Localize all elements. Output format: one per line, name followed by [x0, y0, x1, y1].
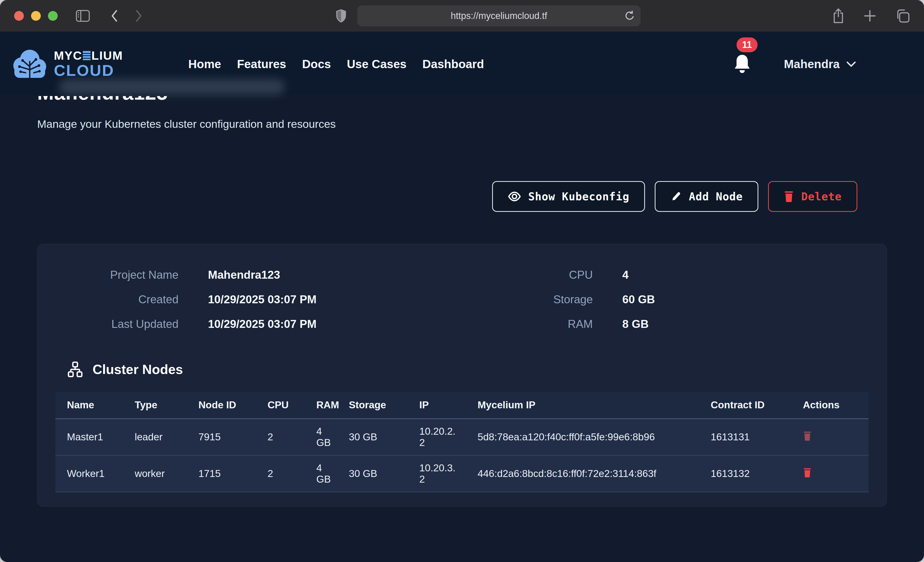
zoom-window-button[interactable] — [48, 11, 58, 21]
col-name: Name — [56, 392, 123, 419]
table-header-row: Name Type Node ID CPU RAM Storage IP Myc… — [56, 392, 868, 419]
cell-type: leader — [123, 419, 187, 456]
page-subtitle: Manage your Kubernetes cluster configura… — [37, 118, 887, 130]
delete-node-button[interactable] — [803, 431, 812, 441]
brand-wordmark: MYCLIUM CLOUD — [54, 49, 123, 78]
cell-name: Worker1 — [56, 456, 123, 492]
window-controls — [14, 11, 58, 21]
col-mycelium-ip: Mycelium IP — [466, 392, 699, 419]
cell-cpu: 2 — [256, 419, 304, 456]
cell-storage: 30 GB — [337, 456, 408, 492]
col-type: Type — [123, 392, 187, 419]
created-label: Created — [67, 293, 178, 306]
cell-contract-id: 1613132 — [699, 456, 791, 492]
logo-line2: CLOUD — [54, 63, 123, 78]
cell-node-id: 7915 — [187, 419, 256, 456]
col-ip: IP — [408, 392, 466, 419]
cell-type: worker — [123, 456, 187, 492]
delete-node-button[interactable] — [803, 468, 812, 478]
cluster-info-card: Project Name Mahendra123 CPU 4 Created 1… — [37, 244, 887, 507]
cluster-nodes-title: Cluster Nodes — [93, 362, 183, 377]
show-kubeconfig-button[interactable]: Show Kubeconfig — [492, 181, 645, 212]
delete-label: Delete — [801, 190, 842, 203]
cpu-value: 4 — [622, 268, 857, 281]
dashboard-content: Mahendra123 Manage your Kubernetes clust… — [0, 81, 924, 507]
forward-icon[interactable] — [134, 9, 144, 23]
col-cpu: CPU — [256, 392, 304, 419]
nav-link-docs[interactable]: Docs — [302, 57, 331, 71]
col-node-id: Node ID — [187, 392, 256, 419]
logo-line1-pre: MYC — [54, 49, 82, 61]
table-row-worker1: Worker1 worker 1715 2 4 GB 30 GB 10.20.3… — [56, 456, 868, 492]
browser-window: https://myceliumcloud.tf — [0, 0, 924, 562]
close-window-button[interactable] — [14, 11, 24, 21]
cell-name: Master1 — [56, 419, 123, 456]
address-bar[interactable]: https://myceliumcloud.tf — [357, 5, 640, 26]
logo-e-bars-icon — [83, 51, 90, 60]
minimize-window-button[interactable] — [31, 11, 41, 21]
created-value: 10/29/2025 03:07 PM — [208, 293, 443, 306]
cell-ip: 10.20.2.2 — [408, 419, 466, 456]
cluster-nodes-table: Name Type Node ID CPU RAM Storage IP Myc… — [56, 392, 868, 492]
col-contract-id: Contract ID — [699, 392, 791, 419]
tab-overview-icon[interactable] — [895, 9, 910, 23]
new-tab-icon[interactable] — [863, 9, 876, 22]
cell-cpu: 2 — [256, 456, 304, 492]
delete-cluster-button[interactable]: Delete — [768, 181, 857, 212]
project-name-label: Project Name — [67, 268, 178, 281]
cluster-actions: Show Kubeconfig Add Node Delete — [37, 181, 857, 212]
user-name: Mahendra — [784, 57, 840, 71]
privacy-shield-icon[interactable] — [335, 9, 347, 23]
cell-ip: 10.20.3.2 — [408, 456, 466, 492]
desktop: https://myceliumcloud.tf — [0, 0, 924, 562]
project-name-value: Mahendra123 — [208, 268, 443, 281]
sidebar-toggle-icon[interactable] — [76, 10, 90, 22]
nav-links: Home Features Docs Use Cases Dashboard — [188, 57, 484, 71]
last-updated-value: 10/29/2025 03:07 PM — [208, 318, 443, 330]
chevron-down-icon — [846, 61, 856, 67]
reload-icon[interactable] — [624, 10, 635, 22]
nav-link-dashboard[interactable]: Dashboard — [422, 57, 484, 71]
add-node-button[interactable]: Add Node — [655, 181, 758, 212]
storage-label: Storage — [472, 293, 593, 306]
cell-ram: 4 GB — [304, 456, 337, 492]
cell-mycelium-ip: 446:d2a6:8bcd:8c16:ff0f:72e2:3114:863f — [466, 456, 699, 492]
cluster-nodes-header: Cluster Nodes — [56, 361, 868, 378]
cell-ram: 4 GB — [304, 419, 337, 456]
col-ram: RAM — [304, 392, 337, 419]
nav-link-home[interactable]: Home — [188, 57, 221, 71]
ram-label: RAM — [472, 318, 593, 330]
cluster-info-grid: Project Name Mahendra123 CPU 4 Created 1… — [56, 268, 868, 330]
cpu-label: CPU — [472, 268, 593, 281]
nav-link-use-cases[interactable]: Use Cases — [347, 57, 406, 71]
col-storage: Storage — [337, 392, 408, 419]
back-icon[interactable] — [109, 9, 120, 23]
logo-line1-post: LIUM — [91, 49, 123, 61]
notifications-button[interactable]: 11 — [732, 53, 752, 75]
bell-icon — [732, 53, 752, 75]
last-updated-label: Last Updated — [67, 318, 178, 330]
scroll-blur-artifact — [59, 79, 285, 95]
pencil-icon — [670, 191, 682, 202]
user-menu[interactable]: Mahendra — [784, 57, 856, 71]
nav-link-features[interactable]: Features — [237, 57, 286, 71]
trash-icon — [784, 191, 794, 202]
eye-icon — [508, 191, 521, 202]
storage-value: 60 GB — [622, 293, 857, 306]
table-row-master1: Master1 leader 7915 2 4 GB 30 GB 10.20.2… — [56, 419, 868, 456]
share-icon[interactable] — [832, 8, 845, 24]
show-kubeconfig-label: Show Kubeconfig — [528, 190, 629, 203]
cell-contract-id: 1613131 — [699, 419, 791, 456]
notification-count-badge: 11 — [736, 37, 758, 52]
trash-icon — [803, 468, 812, 478]
brand-logo[interactable]: MYCLIUM CLOUD — [10, 46, 123, 82]
address-bar-url: https://myceliumcloud.tf — [451, 10, 547, 21]
network-icon — [67, 361, 83, 378]
trash-icon — [803, 431, 812, 441]
ram-value: 8 GB — [622, 318, 857, 330]
site-header: MYCLIUM CLOUD Home Features Docs Use Cas… — [0, 32, 924, 96]
cell-storage: 30 GB — [337, 419, 408, 456]
add-node-label: Add Node — [689, 190, 743, 203]
mycelium-cloud-logo-icon — [10, 46, 49, 82]
cell-mycelium-ip: 5d8:78ea:a120:f40c:ff0f:a5fe:99e6:8b96 — [466, 419, 699, 456]
